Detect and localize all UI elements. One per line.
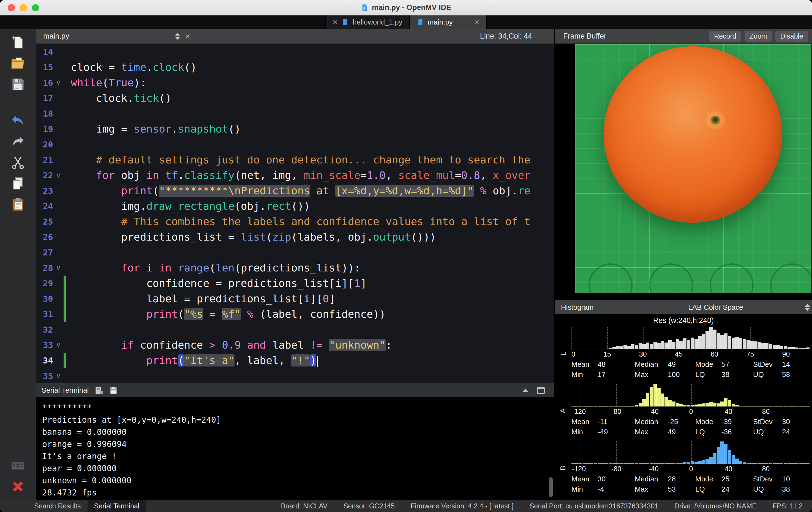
cut-button[interactable] — [9, 154, 27, 171]
fold-marker-icon[interactable]: ∨ — [53, 167, 64, 183]
histogram-bar — [702, 334, 705, 349]
histogram-bars — [572, 441, 810, 464]
document-selector-arrows-icon[interactable] — [175, 33, 180, 40]
code-line: 29 confidence = predictions_list[i][1] — [36, 275, 554, 291]
new-file-button[interactable] — [9, 34, 27, 51]
statusbar-tab-search-results[interactable]: Search Results — [28, 500, 88, 512]
terminal-scrollbar[interactable] — [549, 477, 553, 497]
change-marker — [64, 121, 66, 137]
histogram-bar — [732, 404, 735, 406]
histogram-bar — [732, 455, 735, 464]
histogram-bar — [668, 340, 672, 349]
fold-spacer — [53, 121, 64, 137]
redo-button[interactable] — [9, 133, 27, 150]
histogram-bar — [713, 403, 717, 406]
code-editor[interactable]: 1415clock = time.clock()16∨while(True):1… — [36, 44, 554, 383]
change-marker — [64, 106, 66, 121]
histogram-bar — [705, 331, 709, 349]
axis-tick-label: 15 — [603, 350, 611, 358]
fold-spacer — [53, 152, 64, 167]
record-button[interactable]: Record — [709, 31, 741, 42]
fold-marker-icon[interactable]: ∨ — [53, 75, 64, 90]
statusbar-tab-serial-terminal[interactable]: Serial Terminal — [88, 500, 146, 512]
save-icon — [10, 77, 25, 92]
stat-value: 48 — [598, 359, 635, 370]
minimize-window-button[interactable] — [20, 4, 27, 11]
histogram-bar — [802, 348, 806, 349]
histogram-bar — [728, 336, 731, 349]
fold-marker-icon[interactable]: ∨ — [53, 260, 64, 275]
copy-log-button[interactable] — [94, 386, 104, 395]
histogram-bar — [724, 444, 728, 464]
code-line: 15clock = time.clock() — [36, 59, 554, 75]
stat-value: 24 — [782, 427, 810, 437]
change-marker — [64, 291, 66, 306]
histogram-bar — [698, 461, 702, 464]
histogram-bar — [572, 406, 575, 406]
line-number: 33 — [36, 337, 53, 353]
histogram-bar — [787, 463, 791, 464]
histogram-bar — [609, 406, 612, 406]
undo-icon — [10, 113, 25, 128]
histogram-bar — [761, 343, 765, 349]
histogram-bar — [642, 344, 646, 349]
fold-marker-icon[interactable]: ∨ — [53, 368, 64, 383]
tab-helloworld[interactable]: × helloworld_1.py — [325, 16, 409, 29]
histogram-bar — [787, 406, 791, 406]
stat-label: LQ — [695, 484, 721, 494]
colorspace-spinner-icon[interactable] — [805, 304, 810, 311]
stat-label: Max — [635, 484, 668, 494]
serial-terminal-output[interactable]: **********Predictions at [x=0,y=0,w=240,… — [36, 397, 554, 500]
copy-button[interactable] — [9, 175, 27, 192]
terminal-line: ********** — [42, 402, 554, 414]
stat-label: Max — [635, 427, 668, 437]
axis-tick-label: -80 — [611, 408, 621, 415]
colorspace-dropdown[interactable]: LAB Color Space — [619, 300, 812, 314]
close-window-button[interactable] — [8, 4, 15, 11]
frame-buffer-view[interactable] — [555, 44, 812, 300]
document-proxy-icon — [361, 4, 369, 11]
open-file-button[interactable] — [9, 55, 27, 72]
channel-stats: Mean48Median49Mode57StDev14Min17Max100LQ… — [572, 359, 810, 380]
histogram-bar — [750, 406, 754, 406]
stop-script-button[interactable] — [9, 478, 27, 495]
close-tab-icon[interactable]: × — [332, 18, 338, 26]
histogram-bar — [664, 463, 668, 464]
histogram-title: Histogram — [561, 303, 593, 312]
code-text: print("**********\nPredictions at [x=%d,… — [71, 183, 530, 198]
terminal-line: 28.4732 fps — [42, 487, 554, 499]
code-text: label = predictions_list[i][0] — [71, 291, 335, 306]
code-line: 34 print("It's a", label, "!") — [36, 353, 554, 368]
collapse-panel-icon[interactable] — [522, 388, 529, 392]
change-marker — [64, 75, 66, 90]
close-tab-icon[interactable]: × — [474, 18, 480, 26]
zoom-button[interactable]: Zoom — [745, 31, 772, 42]
histogram-bar — [780, 346, 784, 349]
paste-button[interactable] — [9, 196, 27, 213]
open-document-dropdown[interactable]: main.py × — [36, 31, 190, 41]
close-document-icon[interactable]: × — [185, 31, 190, 41]
histogram-bar — [784, 406, 787, 406]
stat-value: 24 — [721, 484, 753, 494]
undo-button[interactable] — [9, 112, 27, 129]
histogram-bar — [583, 406, 586, 406]
histogram-bar — [776, 406, 780, 406]
detach-panel-icon[interactable] — [537, 387, 545, 394]
save-button[interactable] — [9, 76, 27, 93]
histogram-bar — [747, 406, 750, 406]
code-line: 33∨ if confidence > 0.9 and label != "un… — [36, 337, 554, 353]
histogram-bar — [683, 339, 687, 349]
fold-marker-icon[interactable]: ∨ — [53, 337, 64, 353]
histogram-bar — [649, 344, 653, 349]
tab-main[interactable]: main.py × — [410, 16, 487, 29]
save-log-button[interactable] — [109, 386, 118, 395]
stat-value: -4 — [598, 484, 635, 494]
connect-board-button[interactable] — [9, 457, 27, 474]
histogram-bar — [583, 463, 586, 464]
change-marker — [64, 275, 66, 291]
disable-button[interactable]: Disable — [775, 31, 808, 42]
serial-terminal-title: Serial Terminal — [41, 386, 89, 395]
histogram-bar — [758, 342, 761, 349]
new-file-icon — [10, 35, 25, 50]
zoom-window-button[interactable] — [32, 4, 39, 11]
